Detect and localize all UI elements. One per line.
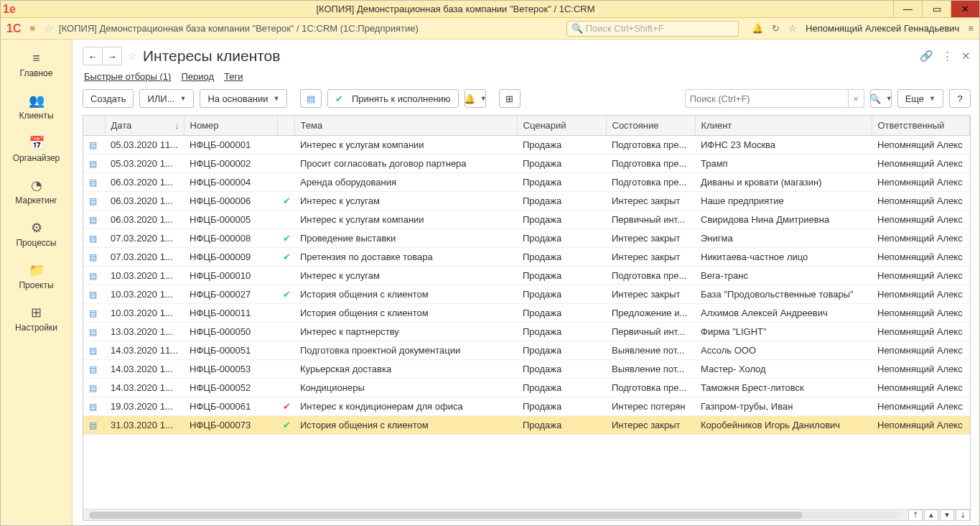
- table-row[interactable]: ▤10.03.2020 1...НФЦБ-000011История общен…: [83, 304, 970, 323]
- sidebar-label: Клиенты: [19, 111, 53, 121]
- user-name[interactable]: Непомнящий Алексей Геннадьевич: [806, 23, 959, 34]
- nav-back-button[interactable]: ←: [83, 47, 103, 65]
- scroll-bottom-button[interactable]: ⤓: [956, 509, 970, 521]
- column-number[interactable]: Номер: [184, 116, 277, 136]
- table-search[interactable]: ×: [685, 89, 864, 108]
- table-row[interactable]: ▤31.03.2020 1...НФЦБ-000073✔История обще…: [83, 416, 970, 435]
- check-icon: ✔: [283, 252, 293, 262]
- table-row[interactable]: ▤05.03.2020 1...НФЦБ-000002Просит соглас…: [83, 154, 970, 173]
- window-title: [КОПИЯ] Демонстрационная база компании "…: [18, 4, 893, 14]
- settings-icon[interactable]: ≡: [968, 23, 974, 34]
- sidebar-item[interactable]: ≡Главное: [4, 45, 69, 84]
- history-icon[interactable]: ↻: [772, 23, 780, 34]
- sidebar-label: Проекты: [19, 280, 53, 290]
- sidebar-item[interactable]: 📅Органайзер: [4, 129, 69, 169]
- global-search[interactable]: 🔍 Поиск Ctrl+Shift+F: [566, 21, 739, 37]
- link-icon[interactable]: 🔗: [920, 50, 933, 63]
- scroll-down-button[interactable]: ▼: [940, 509, 954, 521]
- maximize-button[interactable]: ▭: [922, 1, 951, 17]
- horizontal-scrollbar[interactable]: ⤒ ▲ ▼ ⤓: [83, 509, 970, 520]
- sidebar-label: Маркетинг: [15, 195, 57, 206]
- table-row[interactable]: ▤06.03.2020 1...НФЦБ-000005Интерес к усл…: [83, 211, 970, 229]
- bell-icon[interactable]: 🔔: [752, 23, 763, 34]
- reminder-button[interactable]: 🔔▼: [465, 89, 486, 108]
- sidebar-icon: ⚙: [31, 220, 42, 236]
- document-icon: ▤: [89, 346, 97, 356]
- table-row[interactable]: ▤14.03.2020 11...НФЦБ-000051Подготовка п…: [83, 341, 970, 360]
- period-link[interactable]: Период: [181, 71, 214, 82]
- fail-icon: ✔: [283, 401, 293, 412]
- or-button[interactable]: ИЛИ...▼: [139, 89, 194, 108]
- sidebar: ≡Главное👥Клиенты📅Органайзер◔Маркетинг⚙Пр…: [1, 40, 73, 525]
- table-row[interactable]: ▤05.03.2020 11...НФЦБ-000001Интерес к ус…: [83, 136, 970, 154]
- quick-filters-link[interactable]: Быстрые отборы (1): [84, 71, 171, 82]
- tags-link[interactable]: Теги: [224, 71, 243, 82]
- table-row[interactable]: ▤06.03.2020 1...НФЦБ-000006✔Интерес к ус…: [83, 192, 970, 211]
- document-icon: ▤: [89, 402, 97, 412]
- table-row[interactable]: ▤07.03.2020 1...НФЦБ-000008✔Проведение в…: [83, 229, 970, 248]
- document-icon: ▤: [89, 177, 97, 188]
- search-placeholder: Поиск Ctrl+Shift+F: [586, 23, 664, 34]
- table-row[interactable]: ▤10.03.2020 1...НФЦБ-000010Интерес к усл…: [83, 267, 970, 285]
- document-icon: ▤: [89, 364, 97, 374]
- accept-button[interactable]: ✔ Принять к исполнению: [327, 89, 458, 108]
- sidebar-icon: 📁: [29, 262, 45, 278]
- page-toolbar: Создать ИЛИ...▼ На основании▼ ▤ ✔ Принят…: [83, 89, 971, 108]
- document-icon: ▤: [89, 383, 97, 393]
- sidebar-item[interactable]: ⊞Настройки: [4, 299, 69, 338]
- app-window: 1e [КОПИЯ] Демонстрационная база компани…: [0, 0, 980, 526]
- page-title: Интересы клиентов: [143, 47, 280, 65]
- main-content: ← → ☆ Интересы клиентов 🔗 ⋮ ✕ Быстрые от…: [73, 40, 979, 525]
- column-date[interactable]: Дата↓: [105, 116, 184, 136]
- star-icon[interactable]: ☆: [788, 23, 797, 34]
- hierarchy-button[interactable]: ⊞: [499, 89, 521, 108]
- sidebar-icon: 📅: [29, 135, 45, 151]
- column-responsible[interactable]: Ответственный: [872, 116, 970, 136]
- favorite-icon[interactable]: ☆: [44, 22, 53, 35]
- check-icon: ✔: [283, 420, 293, 430]
- column-scenario[interactable]: Сценарий: [517, 116, 606, 136]
- column-status[interactable]: [277, 116, 294, 136]
- column-theme[interactable]: Тема: [294, 116, 517, 136]
- close-button[interactable]: ✕: [951, 1, 979, 17]
- table-row[interactable]: ▤10.03.2020 1...НФЦБ-000027✔История обще…: [83, 285, 970, 304]
- filters: Быстрые отборы (1) Период Теги: [83, 71, 971, 82]
- search-icon: 🔍: [571, 23, 583, 34]
- menu-icon[interactable]: ≡: [27, 22, 38, 35]
- table-search-input[interactable]: [685, 89, 849, 108]
- column-icon[interactable]: [83, 116, 105, 136]
- more-button[interactable]: Еще▼: [897, 89, 943, 108]
- table-row[interactable]: ▤13.03.2020 1...НФЦБ-000050Интерес к пар…: [83, 323, 970, 341]
- table-row[interactable]: ▤06.03.2020 1...НФЦБ-000004Аренда оборуд…: [83, 173, 970, 192]
- clear-search-button[interactable]: ×: [849, 89, 864, 108]
- sidebar-item[interactable]: ⚙Процессы: [4, 214, 69, 254]
- help-button[interactable]: ?: [949, 89, 971, 108]
- minimize-button[interactable]: —: [893, 1, 922, 17]
- options-icon[interactable]: ⋮: [942, 50, 953, 63]
- form-button[interactable]: ▤: [300, 89, 322, 108]
- page-favorite-icon[interactable]: ☆: [128, 50, 137, 63]
- document-icon: ▤: [89, 234, 97, 244]
- document-icon: ▤: [89, 196, 97, 206]
- document-icon: ▤: [89, 420, 97, 430]
- scroll-up-button[interactable]: ▲: [924, 509, 938, 521]
- table-row[interactable]: ▤07.03.2020 1...НФЦБ-000009✔Претензия по…: [83, 248, 970, 267]
- document-icon: ▤: [89, 252, 97, 262]
- app-toolbar: 1C ≡ ☆ [КОПИЯ] Демонстрационная база ком…: [1, 18, 979, 40]
- column-client[interactable]: Клиент: [695, 116, 872, 136]
- document-icon: ▤: [89, 215, 97, 225]
- scroll-top-button[interactable]: ⤒: [908, 509, 923, 521]
- sidebar-item[interactable]: 👥Клиенты: [4, 87, 69, 126]
- create-button[interactable]: Создать: [83, 89, 134, 108]
- based-on-button[interactable]: На основании▼: [200, 89, 287, 108]
- table-row[interactable]: ▤14.03.2020 1...НФЦБ-000052КондиционерыП…: [83, 379, 970, 397]
- column-state[interactable]: Состояние: [606, 116, 695, 136]
- table-row[interactable]: ▤19.03.2020 1...НФЦБ-000061✔Интерес к ко…: [83, 397, 970, 416]
- search-button[interactable]: 🔍▼: [870, 89, 892, 108]
- nav-forward-button[interactable]: →: [102, 47, 122, 65]
- table-row[interactable]: ▤14.03.2020 1...НФЦБ-000053Курьерская до…: [83, 360, 970, 379]
- os-titlebar: 1e [КОПИЯ] Демонстрационная база компани…: [1, 1, 979, 18]
- sidebar-item[interactable]: ◔Маркетинг: [4, 172, 69, 211]
- close-page-icon[interactable]: ✕: [961, 50, 971, 63]
- sidebar-item[interactable]: 📁Проекты: [4, 257, 69, 296]
